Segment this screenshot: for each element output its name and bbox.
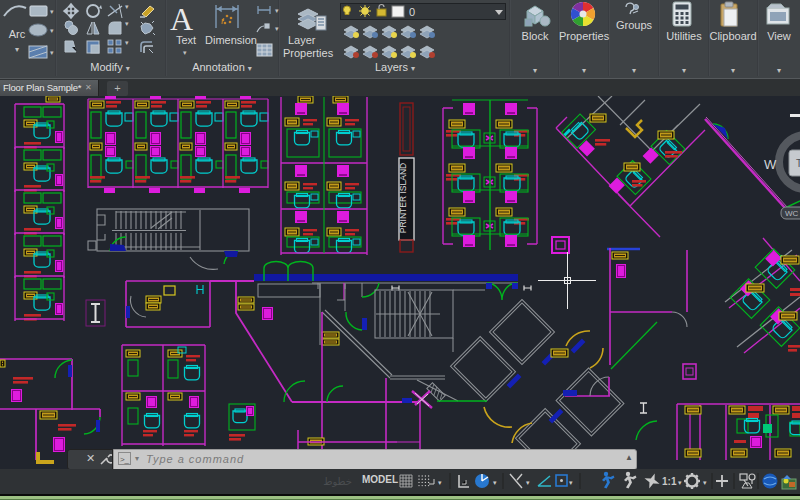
svg-text:T: T [796,158,800,169]
svg-text:▾: ▾ [678,479,682,486]
svg-text:▾: ▾ [50,27,54,34]
svg-text:▾: ▾ [438,479,442,486]
svg-text:W: W [764,157,777,172]
svg-text:PRINTER ISLAND: PRINTER ISLAND [398,163,408,233]
svg-text:▾: ▾ [569,479,573,486]
svg-text:▾: ▾ [50,8,54,15]
svg-text:خطوط: خطوط [323,476,352,487]
svg-text:A: A [170,1,193,37]
svg-text:Properties: Properties [283,47,334,59]
svg-text:▾: ▾ [526,479,530,486]
svg-text:1:1: 1:1 [662,476,677,487]
svg-text:▾: ▾ [50,49,54,56]
svg-text:▾: ▾ [125,39,129,46]
svg-text:▾: ▾ [275,25,279,32]
svg-text:▾: ▾ [493,479,497,486]
svg-text:▾: ▾ [703,479,707,486]
svg-text:Dimension: Dimension [205,34,257,46]
svg-text:Layer: Layer [288,34,316,46]
svg-text:Text: Text [176,34,196,46]
svg-text:WC: WC [785,209,799,218]
svg-text:▾: ▾ [125,20,129,27]
svg-text:▾: ▾ [183,49,187,56]
svg-text:▾: ▾ [275,7,279,14]
svg-text:0: 0 [409,6,415,18]
svg-text:▾: ▾ [125,3,129,10]
